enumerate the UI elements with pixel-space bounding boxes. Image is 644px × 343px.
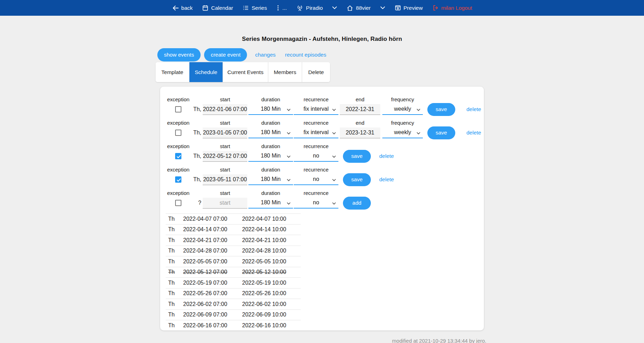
changes-link[interactable]: changes xyxy=(255,52,276,58)
event-row: Th 2022-06-09 07:00 2022-06-09 10:00 xyxy=(166,309,301,320)
frequency-select[interactable]: weekly xyxy=(382,104,423,115)
duration-select[interactable]: 180 Min xyxy=(248,198,293,209)
recurrence-select[interactable]: fix interval xyxy=(294,104,338,115)
duration-label: duration xyxy=(248,143,293,150)
nav-item-label: Series xyxy=(252,5,267,11)
recurrence-select[interactable]: no xyxy=(294,174,338,185)
schedule-row: exception ? start duration 180 Min recur… xyxy=(166,190,484,209)
exception-checkbox[interactable] xyxy=(175,130,181,136)
day-label: Th, xyxy=(191,103,201,115)
frequency-select[interactable]: weekly xyxy=(382,127,423,138)
tab-bar: TemplateScheduleCurrent EventsMembersDel… xyxy=(156,62,330,82)
start-input[interactable] xyxy=(203,198,247,209)
event-day: Th xyxy=(168,226,183,233)
day-label: Th, xyxy=(191,174,201,185)
duration-select[interactable]: 180 Min xyxy=(248,127,293,138)
recurrence-select[interactable]: no xyxy=(294,151,338,162)
duration-select[interactable]: 180 Min xyxy=(248,104,293,115)
nav-item-station-88vier[interactable]: 88vier xyxy=(346,5,370,12)
delete-link[interactable]: delete xyxy=(466,106,481,112)
nav-item-label: milan Logout xyxy=(441,5,472,11)
duration-select[interactable]: 180 Min xyxy=(248,174,293,185)
event-start: 2022-04-14 07:00 xyxy=(183,226,242,233)
tab-delete[interactable]: Delete xyxy=(302,62,330,82)
nav-item-station-dropdown[interactable] xyxy=(380,6,385,9)
nav-item-label: Calendar xyxy=(211,5,233,11)
nav-item-more[interactable]: ... xyxy=(276,5,287,11)
tab-template[interactable]: Template xyxy=(156,62,189,82)
exception-checkbox[interactable] xyxy=(175,153,181,159)
end-input[interactable] xyxy=(340,104,380,115)
tab-members[interactable]: Members xyxy=(268,62,302,82)
chevron-down-icon xyxy=(332,6,337,9)
save-button[interactable]: save xyxy=(427,103,455,116)
duration-select[interactable]: 180 Min xyxy=(248,151,293,162)
delete-link[interactable]: delete xyxy=(466,130,481,136)
event-day: Th xyxy=(168,237,183,243)
duration-label: duration xyxy=(248,190,293,197)
event-start: 2022-05-05 07:00 xyxy=(183,258,242,265)
recurrence-label: recurrence xyxy=(294,143,338,150)
recount-episodes-link[interactable]: recount episodes xyxy=(285,52,326,58)
recurrence-select[interactable]: no xyxy=(294,198,338,209)
kebab-icon xyxy=(276,5,280,11)
nav-item-back[interactable]: back xyxy=(172,5,193,12)
save-button[interactable]: add xyxy=(343,197,371,210)
save-button[interactable]: save xyxy=(343,173,371,186)
nav-item-calendar[interactable]: Calendar xyxy=(202,5,233,11)
event-start: 2022-06-02 07:00 xyxy=(183,301,242,307)
tab-schedule[interactable]: Schedule xyxy=(189,62,223,82)
start-input[interactable] xyxy=(203,104,247,115)
day-label: Th, xyxy=(191,150,201,162)
chevron-down-icon xyxy=(417,109,420,111)
nav-item-series[interactable]: Series xyxy=(242,5,267,11)
page-title: Series Morgenmagazin - Aufstehn, Hinlege… xyxy=(160,36,484,43)
start-input[interactable] xyxy=(203,151,247,162)
event-end: 2022-04-07 10:00 xyxy=(242,216,286,222)
event-start: 2022-04-28 07:00 xyxy=(183,248,242,254)
delete-link[interactable]: delete xyxy=(379,153,394,159)
event-row: Th 2022-04-07 07:00 2022-04-07 10:00 xyxy=(166,213,301,224)
event-row: Th 2022-05-12 07:00 2022-05-12 10:00 xyxy=(166,267,301,278)
event-day: Th xyxy=(168,301,183,307)
start-label: start xyxy=(203,190,247,197)
event-row: Th 2022-04-28 07:00 2022-04-28 10:00 xyxy=(166,246,301,256)
series-actions: show events create event changes recount… xyxy=(157,48,484,61)
show-events-button[interactable]: show events xyxy=(157,48,201,61)
save-button[interactable]: save xyxy=(427,126,455,139)
chevron-down-icon xyxy=(332,179,336,181)
event-day: Th xyxy=(168,216,183,222)
chevron-down-icon xyxy=(332,132,336,134)
tab-current-events[interactable]: Current Events xyxy=(223,62,268,82)
top-navbar: backCalendarSeries...Piradio88vierPrevie… xyxy=(0,0,644,16)
save-button[interactable]: save xyxy=(343,150,371,163)
start-input[interactable] xyxy=(203,174,247,185)
create-event-button[interactable]: create event xyxy=(204,48,247,61)
event-end: 2022-04-21 10:00 xyxy=(242,237,286,243)
event-day: Th xyxy=(168,290,183,297)
nav-item-piradio-dropdown[interactable] xyxy=(332,6,337,9)
exception-label: exception xyxy=(166,143,191,150)
start-label: start xyxy=(203,120,247,126)
nav-item-preview[interactable]: Preview xyxy=(395,5,423,11)
recurrence-select[interactable]: fix interval xyxy=(294,127,338,138)
main-content: Series Morgenmagazin - Aufstehn, Hinlege… xyxy=(160,36,484,330)
event-day: Th xyxy=(168,280,183,286)
modified-note: modified at 2021-10-29 13:34:44 by jero. xyxy=(158,338,486,343)
start-input[interactable] xyxy=(203,127,247,138)
schedule-row: exception Th, start duration 180 Min rec… xyxy=(166,167,484,185)
end-input[interactable] xyxy=(340,127,380,138)
list-icon xyxy=(242,5,249,11)
nav-item-piradio[interactable]: Piradio xyxy=(296,4,323,12)
nav-item-logout[interactable]: milan Logout xyxy=(432,5,472,11)
exception-checkbox[interactable] xyxy=(175,176,181,183)
start-label: start xyxy=(203,143,247,150)
event-end: 2022-06-16 10:00 xyxy=(242,322,286,329)
event-start: 2022-06-09 07:00 xyxy=(183,312,242,318)
event-end: 2022-05-26 10:00 xyxy=(242,290,286,297)
start-label: start xyxy=(203,167,247,173)
delete-link[interactable]: delete xyxy=(379,176,394,183)
exception-checkbox[interactable] xyxy=(175,106,181,112)
exception-checkbox[interactable] xyxy=(175,200,181,206)
nav-item-label: back xyxy=(181,5,193,11)
